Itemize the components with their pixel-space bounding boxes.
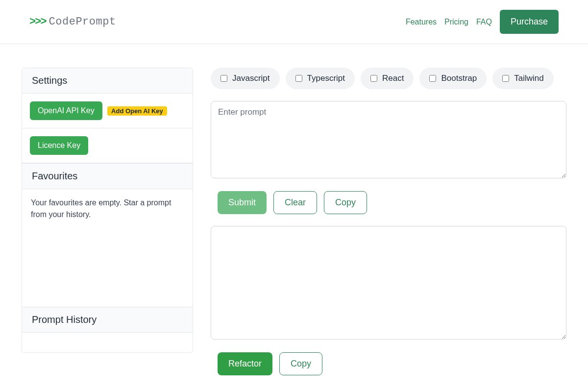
submit-button[interactable]: Submit: [218, 191, 267, 214]
pill-tailwind[interactable]: Tailwind: [492, 68, 553, 89]
settings-openai-row: OpenAI API Key Add Open AI Key: [22, 94, 193, 128]
pill-bootstrap[interactable]: Bootstrap: [419, 68, 487, 89]
refactor-button[interactable]: Refactor: [218, 352, 272, 375]
prompt-history-header: Prompt History: [22, 307, 193, 333]
language-pills: Javascript Typescript React Bootstrap Ta…: [211, 68, 566, 89]
logo-text: CodePrompt: [49, 16, 116, 28]
pill-react-label: React: [382, 74, 404, 83]
output-buttons: Refactor Copy: [211, 352, 566, 375]
checkbox-react[interactable]: [370, 75, 377, 82]
nav-pricing[interactable]: Pricing: [444, 18, 468, 26]
add-openai-key-badge: Add Open AI Key: [107, 106, 167, 116]
app-header: >>> CodePrompt Features Pricing FAQ Purc…: [0, 0, 588, 44]
sidebar-panel: Settings OpenAI API Key Add Open AI Key …: [22, 68, 193, 353]
licence-key-button[interactable]: Licence Key: [30, 136, 88, 155]
pill-javascript[interactable]: Javascript: [211, 68, 280, 89]
output-textarea[interactable]: [211, 226, 566, 340]
primary-nav: Features Pricing FAQ Purchase: [406, 10, 559, 34]
favourites-empty-text: Your favourites are empty. Star a prompt…: [22, 189, 193, 307]
pill-react[interactable]: React: [361, 68, 414, 89]
openai-api-key-button[interactable]: OpenAI API Key: [30, 101, 102, 120]
settings-header: Settings: [22, 68, 193, 94]
chevron-right-icon: >>>: [29, 16, 46, 28]
copy-button[interactable]: Copy: [324, 191, 367, 214]
pill-bootstrap-label: Bootstrap: [441, 74, 477, 83]
favourites-header: Favourites: [22, 163, 193, 189]
app-logo: >>> CodePrompt: [29, 16, 116, 28]
main-area: Javascript Typescript React Bootstrap Ta…: [211, 68, 566, 387]
copy-output-button[interactable]: Copy: [279, 352, 322, 375]
prompt-input[interactable]: [211, 101, 566, 178]
nav-faq[interactable]: FAQ: [476, 18, 492, 26]
checkbox-tailwind[interactable]: [502, 75, 509, 82]
pill-tailwind-label: Tailwind: [514, 74, 543, 83]
purchase-button[interactable]: Purchase: [500, 10, 559, 34]
pill-typescript-label: Typescript: [307, 74, 345, 83]
pill-typescript[interactable]: Typescript: [286, 68, 355, 89]
main-container: Settings OpenAI API Key Add Open AI Key …: [0, 44, 588, 387]
checkbox-bootstrap[interactable]: [429, 75, 436, 82]
settings-licence-row: Licence Key: [22, 128, 193, 163]
prompt-buttons: Submit Clear Copy: [211, 191, 566, 214]
clear-button[interactable]: Clear: [273, 191, 317, 214]
checkbox-typescript[interactable]: [295, 75, 302, 82]
nav-features[interactable]: Features: [406, 18, 437, 26]
sidebar: Settings OpenAI API Key Add Open AI Key …: [22, 68, 193, 387]
pill-javascript-label: Javascript: [232, 74, 270, 83]
checkbox-javascript[interactable]: [220, 75, 227, 82]
prompt-history-body: [22, 333, 193, 352]
